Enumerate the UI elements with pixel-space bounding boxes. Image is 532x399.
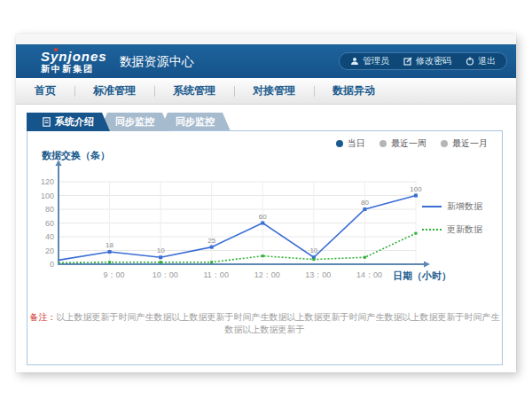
radio-unselected-icon	[379, 140, 387, 147]
page-title: 数据资源中心	[120, 54, 194, 70]
dotted-line-icon	[422, 229, 442, 231]
svg-text:9：00: 9：00	[104, 270, 125, 279]
logout-label: 退出	[478, 55, 496, 67]
filter-option-today[interactable]: 当日	[336, 137, 365, 150]
document-icon	[43, 117, 51, 127]
current-user-button[interactable]: 管理员	[350, 55, 389, 67]
change-password-label: 修改密码	[416, 55, 451, 67]
line-chart: 0204060801001209：0010：0011：0012：0013：001…	[35, 154, 435, 294]
svg-text:25: 25	[207, 237, 215, 245]
nav-item-system-mgmt[interactable]: 系统管理	[154, 83, 234, 98]
svg-text:80: 80	[361, 199, 369, 207]
svg-text:10: 10	[157, 246, 165, 254]
window-top-strip	[16, 34, 516, 44]
company-logo: Synjones 新中新集团	[41, 50, 107, 74]
filter-label: 当日	[348, 137, 365, 150]
legend-label: 新增数据	[447, 200, 482, 213]
chart-canvas: 0204060801001209：0010：0011：0012：0013：001…	[35, 154, 435, 294]
x-axis-title: 日期（小时）	[393, 270, 451, 283]
svg-text:13：00: 13：00	[305, 270, 331, 279]
solid-line-icon	[422, 206, 442, 207]
svg-text:60: 60	[259, 213, 267, 221]
tab-sync-monitor-1[interactable]: 同步监控	[99, 113, 170, 131]
chart-legend: 新增数据 更新数据	[422, 200, 495, 236]
legend-item-new-data[interactable]: 新增数据	[422, 200, 495, 213]
tab-sync-monitor-2[interactable]: 同步监控	[160, 113, 231, 131]
nav-item-standard-mgmt[interactable]: 标准管理	[74, 83, 154, 98]
user-icon	[350, 57, 359, 66]
filter-label: 最近一月	[452, 137, 488, 150]
filter-option-last-month[interactable]: 最近一月	[441, 137, 488, 150]
radio-selected-icon	[336, 140, 343, 147]
app-header: Synjones 新中新集团 数据资源中心 管理员 修改密码	[16, 44, 516, 78]
note-text: 以上数据更新于时间产生数据以上数据更新于时间产生数据以上数据更新于时间产生数据以…	[57, 312, 500, 334]
filter-option-last-week[interactable]: 最近一周	[379, 137, 426, 150]
filter-label: 最近一周	[391, 137, 426, 150]
power-icon	[466, 57, 474, 66]
app-window: Synjones 新中新集团 数据资源中心 管理员 修改密码	[16, 34, 516, 372]
svg-text:100: 100	[410, 185, 422, 193]
logo-red-dot-icon	[54, 48, 58, 51]
main-nav: 首页 标准管理 系统管理 对接管理 数据异动	[16, 78, 516, 105]
svg-text:12：00: 12：00	[254, 270, 280, 279]
tab-label: 系统介绍	[55, 115, 94, 129]
svg-text:10: 10	[309, 246, 317, 254]
svg-text:14：00: 14：00	[356, 270, 382, 279]
svg-text:60: 60	[45, 219, 54, 228]
legend-item-updated-data[interactable]: 更新数据	[422, 223, 495, 236]
nav-item-integration-mgmt[interactable]: 对接管理	[234, 83, 314, 98]
logout-button[interactable]: 退出	[466, 55, 496, 67]
change-password-button[interactable]: 修改密码	[403, 55, 451, 67]
nav-item-home[interactable]: 首页	[16, 83, 74, 98]
svg-text:120: 120	[41, 177, 54, 186]
logo-subtitle: 新中新集团	[41, 65, 107, 74]
svg-text:0: 0	[50, 260, 54, 269]
nav-item-data-change[interactable]: 数据异动	[314, 83, 394, 98]
current-user-label: 管理员	[363, 55, 389, 67]
time-range-filter: 当日 最近一周 最近一月	[336, 137, 488, 150]
logo-title: Synjones	[41, 50, 107, 63]
svg-text:11：00: 11：00	[204, 270, 229, 279]
tab-system-intro[interactable]: 系统介绍	[27, 113, 110, 131]
svg-text:10：00: 10：00	[153, 270, 178, 279]
svg-text:80: 80	[45, 205, 54, 214]
legend-label: 更新数据	[447, 223, 482, 236]
svg-text:40: 40	[45, 232, 54, 241]
note-label: 备注：	[30, 312, 57, 322]
chart-panel: 当日 最近一周 最近一月 数据交换（条） 0204060801001209：00…	[27, 130, 503, 365]
svg-text:18: 18	[106, 241, 113, 249]
svg-text:20: 20	[45, 246, 54, 255]
radio-unselected-icon	[441, 140, 448, 147]
edit-icon	[403, 57, 412, 66]
tab-label: 同步监控	[176, 115, 215, 129]
tab-bar: 系统介绍 同步监控 同步监控	[27, 113, 516, 131]
svg-text:100: 100	[41, 192, 54, 200]
tab-label: 同步监控	[115, 115, 154, 129]
user-menu: 管理员 修改密码 退出	[339, 52, 507, 70]
footer-note: 备注：以上数据更新于时间产生数据以上数据更新于时间产生数据以上数据更新于时间产生…	[27, 311, 502, 336]
